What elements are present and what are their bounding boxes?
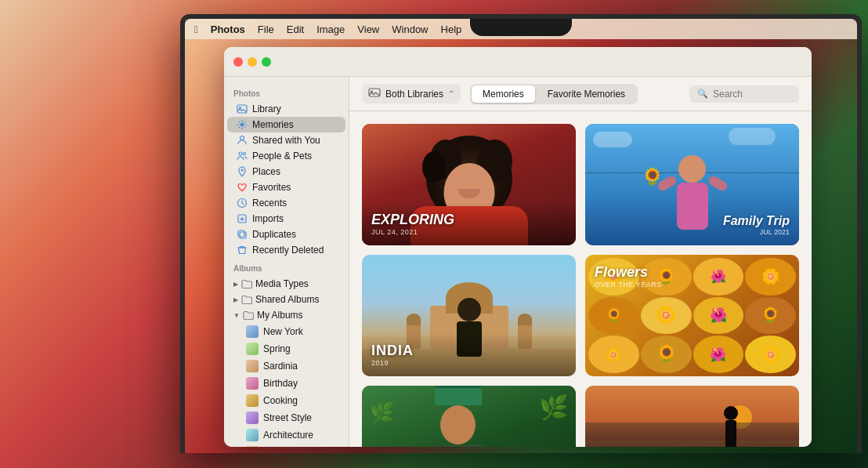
title-bar [224,47,812,77]
album-label-birthday: Birthday [263,378,298,389]
album-thumb-sardinia [246,360,259,372]
sidebar-item-recently-deleted[interactable]: Recently Deleted [227,242,345,258]
sidebar-label-recently-deleted: Recently Deleted [252,245,324,256]
svg-point-5 [244,153,246,155]
photos-window: Photos Library [224,47,812,447]
album-label-spring: Spring [263,343,291,354]
trash-icon [237,245,248,256]
svg-rect-10 [238,230,244,237]
library-selector[interactable]: Both Libraries ⌃ [362,84,461,103]
macbook-screen:  Photos File Edit Image View Window Hel… [185,19,857,453]
album-birthday[interactable]: Birthday [227,375,345,392]
search-input[interactable] [713,89,791,100]
import-icon [237,213,248,224]
menu-file[interactable]: File [258,24,274,35]
memory-title-family: Family Trip [723,214,790,228]
memory-title-flowers: Flowers [595,264,662,281]
search-box[interactable]: 🔍 [689,85,799,103]
album-thumb-architecture [246,429,259,441]
main-content: Both Libraries ⌃ Memories Favorite Memor… [349,77,812,447]
shared-folder-icon [241,294,252,305]
sidebar-item-duplicates[interactable]: Duplicates [227,227,345,242]
album-street-style[interactable]: Street Style [227,409,345,426]
tab-favorite-memories[interactable]: Favorite Memories [537,85,636,103]
sidebar-item-favorites[interactable]: Favorites [227,180,345,195]
library-selector-label: Both Libraries [385,89,443,100]
sidebar: Photos Library [224,77,349,447]
memory-date-india: 2019 [371,359,566,367]
sidebar-label-memories: Memories [252,119,294,130]
my-albums-folder-icon [243,310,254,321]
album-architecture[interactable]: Architecture [227,426,345,444]
heart-icon [237,182,248,193]
shared-albums-disclosure[interactable]: ▶ Shared Albums [227,292,345,307]
album-cooking[interactable]: Cooking [227,392,345,409]
toolbar: Both Libraries ⌃ Memories Favorite Memor… [349,77,812,111]
sidebar-item-people[interactable]: People & Pets [227,148,345,164]
memory-title-exploring: EXPLORING [371,212,566,228]
sidebar-label-favorites: Favorites [252,182,291,193]
memory-card-india[interactable]: INDIA 2019 [362,255,576,376]
menu-window[interactable]: Window [392,24,428,35]
album-thumb-birthday [246,377,259,390]
sidebar-label-places: Places [252,166,280,177]
tab-memories[interactable]: Memories [472,85,535,103]
album-spring[interactable]: Spring [227,340,345,357]
menu-help[interactable]: Help [441,24,462,35]
album-new-york[interactable]: New York [227,323,345,340]
sidebar-label-imports: Imports [252,213,284,224]
memory-card-flowers[interactable]: 🌼 🌻 🌺 🌼 🌻 🌼 🌺 🌻 🌼 🌻 [585,255,799,376]
memory-date-flowers: OVER THE YEARS [595,281,662,288]
sidebar-item-imports[interactable]: Imports [227,211,345,227]
svg-point-6 [241,169,244,172]
album-los-angeles[interactable]: Los Angeles [227,444,345,447]
my-albums-disclosure[interactable]: ▼ My Albums [227,307,345,323]
my-albums-chevron: ▼ [233,312,240,319]
memory-card-exploring[interactable]: EXPLORING JUL 24, 2021 [362,124,576,245]
menu-image[interactable]: Image [316,24,345,35]
memory-card-beach-days[interactable]: BEACH DAYS 2019 [585,386,799,447]
album-label-sardinia: Sardinia [263,361,298,372]
sidebar-label-library: Library [252,103,281,114]
traffic-lights [233,57,271,67]
memory-card-summer[interactable]: 🌿 🌿 Summer 2017 [362,386,576,447]
maximize-button[interactable] [262,57,271,67]
svg-point-2 [241,123,244,127]
menu-edit[interactable]: Edit [287,24,304,35]
window-body: Photos Library [224,77,812,447]
memories-grid: EXPLORING JUL 24, 2021 [349,111,812,447]
sidebar-item-memories[interactable]: Memories [227,117,345,132]
media-types-label: Media Types [255,278,309,289]
apple-menu[interactable]:  [194,24,198,35]
sidebar-item-library[interactable]: Library [227,101,345,117]
albums-section-label: Albums [224,258,349,276]
media-types-disclosure[interactable]: ▶ Media Types [227,276,345,292]
sidebar-item-places[interactable]: Places [227,164,345,180]
memory-card-family-trip[interactable]: 🌻 Family Trip JUL 2021 [585,124,799,245]
my-albums-label: My Albums [257,310,303,321]
shared-albums-chevron: ▶ [233,296,238,303]
app-name[interactable]: Photos [211,24,245,35]
media-types-chevron: ▶ [233,281,238,288]
people-icon [237,151,248,161]
macbook-frame:  Photos File Edit Image View Window Hel… [180,14,862,453]
library-icon [368,87,381,100]
memory-date-family: JUL 2021 [723,228,790,236]
minimize-button[interactable] [248,57,257,67]
album-thumb-cooking [246,394,259,407]
shared-albums-label: Shared Albums [255,294,319,305]
svg-point-4 [239,152,242,155]
memory-date-exploring: JUL 24, 2021 [371,228,566,236]
search-icon: 🔍 [697,89,708,99]
memory-title-india: INDIA [371,343,566,359]
menu-view[interactable]: View [357,24,379,35]
close-button[interactable] [233,57,243,67]
album-thumb-la [246,446,259,447]
album-sardinia[interactable]: Sardinia [227,357,345,375]
sidebar-item-shared[interactable]: Shared with You [227,132,345,148]
album-label-architecture: Architecture [263,430,313,441]
sidebar-item-recents[interactable]: Recents [227,195,345,211]
album-label-new-york: New York [263,326,303,337]
map-icon [237,166,248,177]
album-thumb-new-york [246,325,259,338]
